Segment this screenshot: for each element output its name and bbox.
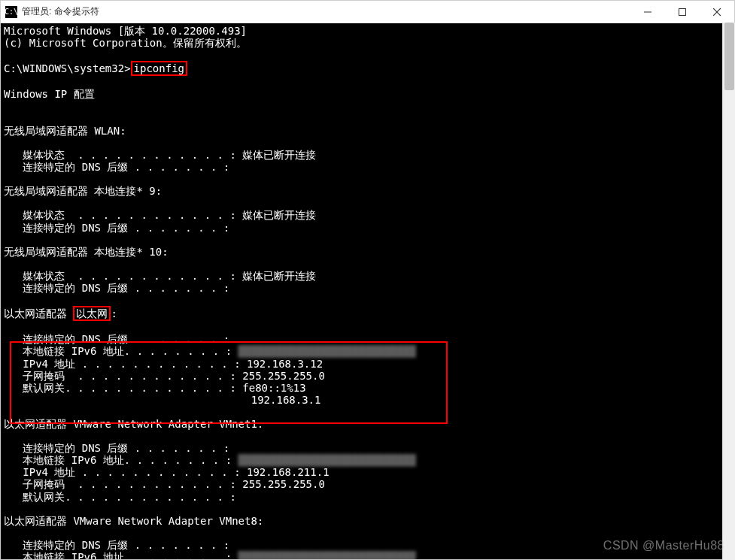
adapter-ethernet-suffix: : [111, 307, 117, 319]
ipconfig-header: Windows IP 配置 [4, 88, 95, 100]
version-line2: (c) Microsoft Corporation。保留所有权利。 [4, 37, 247, 49]
minimize-button[interactable] [630, 1, 665, 23]
eth-gw-value2: 192.168.3.1 [251, 394, 321, 406]
cmd-icon: C:\ [5, 6, 17, 18]
svg-rect-1 [679, 8, 686, 15]
vm1-gw-label: 默认网关. . . . . . . . . . . . . : [4, 491, 236, 503]
window-controls [630, 1, 734, 23]
eth-gw-label: 默认网关. . . . . . . . . . . . . : [4, 382, 242, 394]
vm1-ipv4-value: 192.168.211.1 [247, 466, 330, 478]
vm1-ipv6-blurred: ████████████████████████████ [238, 454, 416, 466]
local9-media-label: 媒体状态 . . . . . . . . . . . . : [4, 209, 242, 221]
adapter-local9-title: 无线局域网适配器 本地连接* 9: [4, 185, 162, 197]
window-title: 管理员: 命令提示符 [22, 5, 630, 18]
wlan-media-label: 媒体状态 . . . . . . . . . . . . : [4, 149, 242, 161]
maximize-button[interactable] [665, 1, 700, 23]
eth-gw-pad [4, 394, 251, 406]
vm1-mask-value: 255.255.255.0 [242, 478, 325, 490]
vm1-mask-label: 子网掩码 . . . . . . . . . . . . : [4, 478, 242, 490]
adapter-wlan-title: 无线局域网适配器 WLAN: [4, 125, 126, 137]
watermark: CSDN @MasterHu88 [603, 539, 724, 552]
close-button[interactable] [700, 1, 734, 23]
command-highlight: ipconfig [131, 61, 187, 76]
adapter-local10-title: 无线局域网适配器 本地连接* 10: [4, 246, 169, 258]
titlebar[interactable]: C:\ 管理员: 命令提示符 [1, 1, 734, 23]
eth-gw-value1: fe80::1%13 [242, 382, 305, 394]
vm8-dns-label: 连接特定的 DNS 后缀 . . . . . . . : [4, 539, 229, 551]
adapter-vmnet8-title: 以太网适配器 VMware Network Adapter VMnet8: [4, 515, 263, 527]
vm8-ipv6-blurred: ████████████████████████████ [238, 551, 416, 559]
version-line1: Microsoft Windows [版本 10.0.22000.493] [4, 25, 247, 37]
eth-ipv4-value: 192.168.3.12 [247, 358, 323, 370]
eth-mask-label: 子网掩码 . . . . . . . . . . . . : [4, 370, 242, 382]
local10-media-label: 媒体状态 . . . . . . . . . . . . : [4, 270, 242, 282]
vm1-ipv6-label: 本地链接 IPv6 地址. . . . . . . . : [4, 454, 238, 466]
adapter-ethernet-highlight: 以太网 [73, 306, 111, 321]
vm1-dns-label: 连接特定的 DNS 后缀 . . . . . . . : [4, 442, 229, 454]
vm8-ipv6-label: 本地链接 IPv6 地址. . . . . . . . : [4, 551, 238, 559]
eth-mask-value: 255.255.255.0 [242, 370, 325, 382]
adapter-ethernet-prefix: 以太网适配器 [4, 307, 73, 319]
adapter-vmnet1-title: 以太网适配器 VMware Network Adapter VMnet1: [4, 418, 263, 430]
local10-media-value: 媒体已断开连接 [242, 270, 316, 282]
terminal-output[interactable]: Microsoft Windows [版本 10.0.22000.493] (c… [1, 23, 734, 559]
scrollbar[interactable] [722, 23, 735, 560]
vm1-ipv4-label: IPv4 地址 . . . . . . . . . . . . : [4, 466, 247, 478]
local9-media-value: 媒体已断开连接 [242, 209, 316, 221]
wlan-dns-label: 连接特定的 DNS 后缀 . . . . . . . : [4, 161, 229, 173]
eth-ipv4-label: IPv4 地址 . . . . . . . . . . . . : [4, 358, 247, 370]
prompt-path: C:\WINDOWS\system32> [4, 62, 131, 74]
eth-ipv6-label: 本地链接 IPv6 地址. . . . . . . . : [4, 345, 238, 357]
scrollbar-thumb[interactable] [724, 23, 734, 90]
eth-dns-label: 连接特定的 DNS 后缀 . . . . . . . : [4, 333, 229, 345]
local9-dns-label: 连接特定的 DNS 后缀 . . . . . . . : [4, 222, 229, 234]
eth-ipv6-blurred: ████████████████████████████ [238, 345, 416, 357]
cmd-window: C:\ 管理员: 命令提示符 Microsoft Windows [版本 10.… [0, 0, 735, 560]
wlan-media-value: 媒体已断开连接 [242, 149, 316, 161]
local10-dns-label: 连接特定的 DNS 后缀 . . . . . . . : [4, 282, 229, 294]
